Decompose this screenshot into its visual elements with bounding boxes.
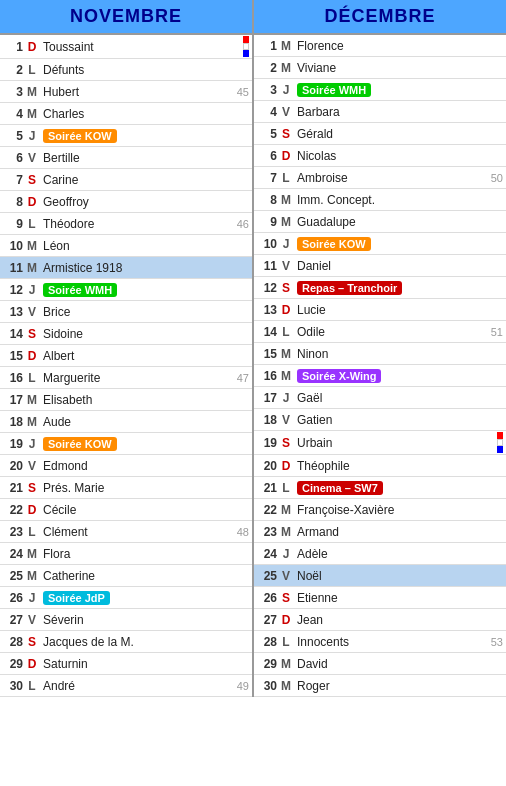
day-letter: S	[23, 635, 41, 649]
day-letter: M	[23, 569, 41, 583]
day-letter: J	[277, 547, 295, 561]
week-number: 45	[237, 86, 249, 98]
day-number: 20	[257, 459, 277, 473]
day-name: Françoise-Xavière	[295, 503, 503, 517]
day-letter: V	[277, 413, 295, 427]
day-name: Soirée KOW	[41, 437, 249, 451]
day-letter: V	[277, 105, 295, 119]
day-number: 14	[257, 325, 277, 339]
day-letter: J	[23, 591, 41, 605]
day-letter: J	[23, 283, 41, 297]
day-number: 19	[3, 437, 23, 451]
day-number: 10	[3, 239, 23, 253]
day-letter: M	[23, 393, 41, 407]
day-name: Ambroise	[295, 171, 488, 185]
day-name: Hubert	[41, 85, 234, 99]
day-name: Elisabeth	[41, 393, 249, 407]
day-number: 9	[257, 215, 277, 229]
day-letter: D	[277, 303, 295, 317]
day-letter: L	[277, 635, 295, 649]
day-letter: M	[277, 525, 295, 539]
day-letter: M	[277, 193, 295, 207]
day-row: 8MImm. Concept.	[254, 189, 506, 211]
week-number: 53	[491, 636, 503, 648]
day-row: 6DNicolas	[254, 145, 506, 167]
day-number: 18	[257, 413, 277, 427]
day-number: 2	[3, 63, 23, 77]
day-name: Florence	[295, 39, 503, 53]
day-name: Etienne	[295, 591, 503, 605]
day-letter: S	[277, 436, 295, 450]
day-number: 10	[257, 237, 277, 251]
day-number: 24	[3, 547, 23, 561]
day-number: 12	[257, 281, 277, 295]
day-name: André	[41, 679, 234, 693]
day-name: Geoffroy	[41, 195, 249, 209]
day-row: 26SEtienne	[254, 587, 506, 609]
day-letter: J	[277, 391, 295, 405]
day-letter: M	[23, 415, 41, 429]
day-letter: J	[23, 129, 41, 143]
day-row: 8DGeoffroy	[0, 191, 252, 213]
day-row: 20DThéophile	[254, 455, 506, 477]
week-number: 48	[237, 526, 249, 538]
day-name: Clément	[41, 525, 234, 539]
day-row: 26JSoirée JdP	[0, 587, 252, 609]
day-name: David	[295, 657, 503, 671]
day-letter: V	[23, 613, 41, 627]
day-name: Toussaint	[41, 40, 243, 54]
day-number: 29	[257, 657, 277, 671]
day-letter: M	[277, 39, 295, 53]
day-number: 26	[257, 591, 277, 605]
day-letter: V	[23, 151, 41, 165]
day-number: 22	[257, 503, 277, 517]
day-name: Cinema – SW7	[295, 481, 503, 495]
day-row: 13VBrice	[0, 301, 252, 323]
day-name: Jacques de la M.	[41, 635, 249, 649]
day-number: 1	[257, 39, 277, 53]
day-letter: M	[23, 85, 41, 99]
day-name: Urbain	[295, 436, 497, 450]
calendar: NOVEMBRE 1DToussaint2LDéfunts3MHubert454…	[0, 0, 506, 697]
day-letter: M	[23, 107, 41, 121]
day-letter: S	[277, 281, 295, 295]
day-letter: S	[277, 127, 295, 141]
day-row: 13DLucie	[254, 299, 506, 321]
day-letter: D	[23, 503, 41, 517]
day-letter: V	[23, 459, 41, 473]
day-letter: J	[277, 237, 295, 251]
day-row: 5SGérald	[254, 123, 506, 145]
day-number: 7	[3, 173, 23, 187]
day-row: 25MCatherine	[0, 565, 252, 587]
day-number: 29	[3, 657, 23, 671]
day-name: Armand	[295, 525, 503, 539]
day-row: 3JSoirée WMH	[254, 79, 506, 101]
day-letter: L	[277, 481, 295, 495]
day-number: 19	[257, 436, 277, 450]
day-letter: M	[277, 347, 295, 361]
day-row: 16LMarguerite47	[0, 367, 252, 389]
day-name: Théophile	[295, 459, 503, 473]
day-number: 26	[3, 591, 23, 605]
day-number: 8	[3, 195, 23, 209]
day-letter: L	[277, 171, 295, 185]
day-number: 15	[3, 349, 23, 363]
day-number: 16	[3, 371, 23, 385]
day-number: 7	[257, 171, 277, 185]
day-name: Odile	[295, 325, 488, 339]
day-name: Viviane	[295, 61, 503, 75]
day-row: 14LOdile51	[254, 321, 506, 343]
day-number: 11	[3, 261, 23, 275]
day-row: 12SRepas – Tranchoir	[254, 277, 506, 299]
day-name: Défunts	[41, 63, 249, 77]
flag-decoration	[497, 432, 503, 453]
day-number: 3	[3, 85, 23, 99]
day-letter: M	[23, 239, 41, 253]
day-name: Brice	[41, 305, 249, 319]
day-letter: D	[23, 349, 41, 363]
event-badge: Soirée WMH	[297, 83, 371, 97]
day-number: 25	[257, 569, 277, 583]
day-name: Séverin	[41, 613, 249, 627]
event-badge: Repas – Tranchoir	[297, 281, 402, 295]
day-name: Armistice 1918	[41, 261, 249, 275]
